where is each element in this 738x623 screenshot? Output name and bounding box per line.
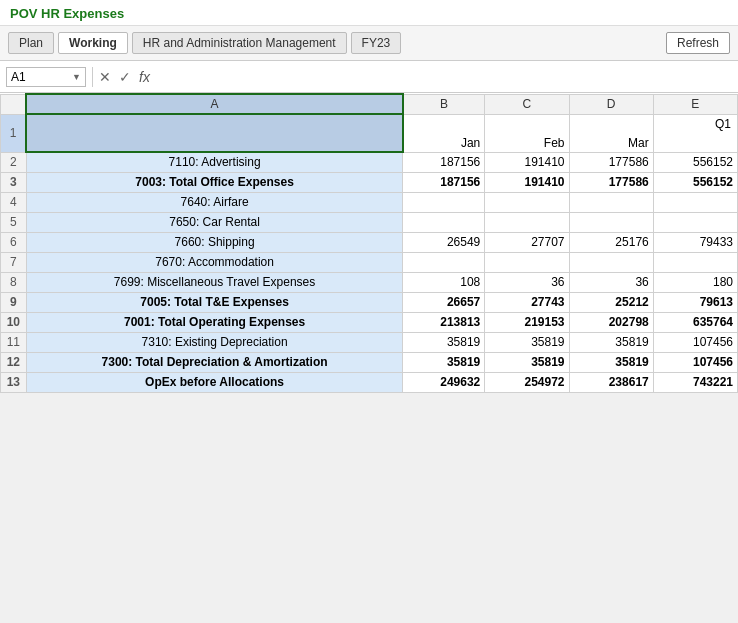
row1-col-b[interactable]: Jan (403, 114, 485, 152)
refresh-button[interactable]: Refresh (666, 32, 730, 54)
row1-col-e[interactable]: Q1 (653, 114, 737, 152)
cell-label-0[interactable]: 7110: Advertising (26, 152, 403, 172)
cell-d-2[interactable] (569, 192, 653, 212)
formula-bar-divider (92, 67, 93, 87)
table-row: 127300: Total Depreciation & Amortizatio… (1, 352, 738, 372)
cell-b-10[interactable]: 35819 (403, 352, 485, 372)
cell-c-11[interactable]: 254972 (485, 372, 569, 392)
cell-b-11[interactable]: 249632 (403, 372, 485, 392)
tab-bar: Plan Working HR and Administration Manag… (0, 26, 738, 61)
cell-c-9[interactable]: 35819 (485, 332, 569, 352)
cell-c-2[interactable] (485, 192, 569, 212)
cell-b-3[interactable] (403, 212, 485, 232)
cell-c-6[interactable]: 36 (485, 272, 569, 292)
cell-d-9[interactable]: 35819 (569, 332, 653, 352)
cell-label-2[interactable]: 7640: Airfare (26, 192, 403, 212)
tab-hr-admin[interactable]: HR and Administration Management (132, 32, 347, 54)
cell-d-0[interactable]: 177586 (569, 152, 653, 172)
col-d-header[interactable]: D (569, 94, 653, 114)
cell-label-9[interactable]: 7310: Existing Depreciation (26, 332, 403, 352)
cell-e-2[interactable] (653, 192, 737, 212)
cell-b-1[interactable]: 187156 (403, 172, 485, 192)
row1-col-c[interactable]: Feb (485, 114, 569, 152)
row-num-4: 4 (1, 192, 27, 212)
cell-label-8[interactable]: 7001: Total Operating Expenses (26, 312, 403, 332)
cell-label-3[interactable]: 7650: Car Rental (26, 212, 403, 232)
cell-d-11[interactable]: 238617 (569, 372, 653, 392)
cell-label-10[interactable]: 7300: Total Depreciation & Amortization (26, 352, 403, 372)
tab-fy23[interactable]: FY23 (351, 32, 402, 54)
cell-c-3[interactable] (485, 212, 569, 232)
cell-label-11[interactable]: OpEx before Allocations (26, 372, 403, 392)
cell-c-0[interactable]: 191410 (485, 152, 569, 172)
table-row: 87699: Miscellaneous Travel Expenses1083… (1, 272, 738, 292)
table-row: 47640: Airfare (1, 192, 738, 212)
cell-e-0[interactable]: 556152 (653, 152, 737, 172)
tab-plan[interactable]: Plan (8, 32, 54, 54)
cell-e-10[interactable]: 107456 (653, 352, 737, 372)
data-table: A B C D E 1 Jan Feb Mar Q1 27110: Advert… (0, 93, 738, 393)
formula-bar: A1 ▼ ✕ ✓ fx (0, 61, 738, 93)
cell-d-1[interactable]: 177586 (569, 172, 653, 192)
row1-col-d[interactable]: Mar (569, 114, 653, 152)
cell-c-8[interactable]: 219153 (485, 312, 569, 332)
col-a-header[interactable]: A (26, 94, 403, 114)
cell-e-5[interactable] (653, 252, 737, 272)
cell-d-4[interactable]: 25176 (569, 232, 653, 252)
cell-e-9[interactable]: 107456 (653, 332, 737, 352)
cell-d-3[interactable] (569, 212, 653, 232)
cell-reference-box[interactable]: A1 ▼ (6, 67, 86, 87)
cell-b-7[interactable]: 26657 (403, 292, 485, 312)
table-row: 37003: Total Office Expenses187156191410… (1, 172, 738, 192)
spreadsheet-container: A B C D E 1 Jan Feb Mar Q1 27110: Advert… (0, 93, 738, 393)
cell-d-10[interactable]: 35819 (569, 352, 653, 372)
cell-b-0[interactable]: 187156 (403, 152, 485, 172)
cell-label-6[interactable]: 7699: Miscellaneous Travel Expenses (26, 272, 403, 292)
corner-cell (1, 94, 27, 114)
row1-col-a[interactable] (26, 114, 403, 152)
cell-d-6[interactable]: 36 (569, 272, 653, 292)
tab-working[interactable]: Working (58, 32, 128, 54)
cell-b-8[interactable]: 213813 (403, 312, 485, 332)
cell-c-1[interactable]: 191410 (485, 172, 569, 192)
confirm-icon[interactable]: ✓ (119, 69, 131, 85)
cell-label-5[interactable]: 7670: Accommodation (26, 252, 403, 272)
cell-c-4[interactable]: 27707 (485, 232, 569, 252)
row-num-1: 1 (1, 114, 27, 152)
cell-e-11[interactable]: 743221 (653, 372, 737, 392)
cell-b-5[interactable] (403, 252, 485, 272)
col-b-header[interactable]: B (403, 94, 485, 114)
cell-d-7[interactable]: 25212 (569, 292, 653, 312)
cell-b-4[interactable]: 26549 (403, 232, 485, 252)
cell-e-7[interactable]: 79613 (653, 292, 737, 312)
cell-label-7[interactable]: 7005: Total T&E Expenses (26, 292, 403, 312)
cancel-icon[interactable]: ✕ (99, 69, 111, 85)
cell-e-6[interactable]: 180 (653, 272, 737, 292)
cell-b-2[interactable] (403, 192, 485, 212)
row-num-8: 8 (1, 272, 27, 292)
fx-icon[interactable]: fx (139, 69, 150, 85)
cell-b-6[interactable]: 108 (403, 272, 485, 292)
formula-icons: ✕ ✓ fx (99, 69, 150, 85)
cell-e-4[interactable]: 79433 (653, 232, 737, 252)
row-num-13: 13 (1, 372, 27, 392)
title-bar: POV HR Expenses (0, 0, 738, 26)
cell-e-8[interactable]: 635764 (653, 312, 737, 332)
cell-d-8[interactable]: 202798 (569, 312, 653, 332)
row-num-10: 10 (1, 312, 27, 332)
col-c-header[interactable]: C (485, 94, 569, 114)
cell-label-4[interactable]: 7660: Shipping (26, 232, 403, 252)
table-row: 97005: Total T&E Expenses266572774325212… (1, 292, 738, 312)
cell-c-5[interactable] (485, 252, 569, 272)
data-label-row: 1 Jan Feb Mar Q1 (1, 114, 738, 152)
row-num-9: 9 (1, 292, 27, 312)
cell-b-9[interactable]: 35819 (403, 332, 485, 352)
cell-label-1[interactable]: 7003: Total Office Expenses (26, 172, 403, 192)
cell-e-1[interactable]: 556152 (653, 172, 737, 192)
cell-c-7[interactable]: 27743 (485, 292, 569, 312)
cell-e-3[interactable] (653, 212, 737, 232)
col-e-header[interactable]: E (653, 94, 737, 114)
cell-d-5[interactable] (569, 252, 653, 272)
table-row: 77670: Accommodation (1, 252, 738, 272)
cell-c-10[interactable]: 35819 (485, 352, 569, 372)
